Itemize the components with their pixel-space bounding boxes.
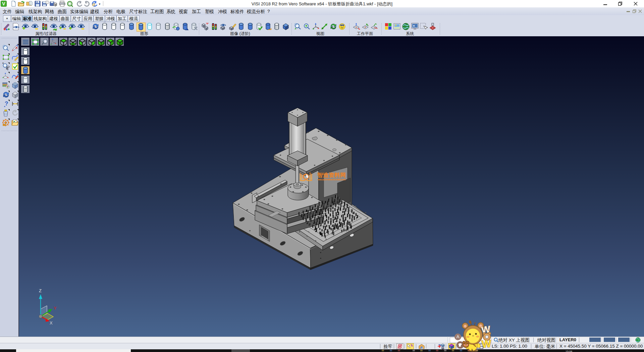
svg-text:10: 10: [421, 347, 423, 349]
svg-text:W: W: [481, 338, 492, 350]
svg-text:X: X: [50, 320, 53, 325]
svg-text:Y: Y: [54, 306, 57, 311]
svg-text:INTELLIGENT MANUFACTURING DATA: INTELLIGENT MANUFACTURING DATA: [318, 179, 346, 181]
svg-text:?: ?: [5, 100, 8, 107]
svg-text:Z: Z: [39, 288, 42, 293]
